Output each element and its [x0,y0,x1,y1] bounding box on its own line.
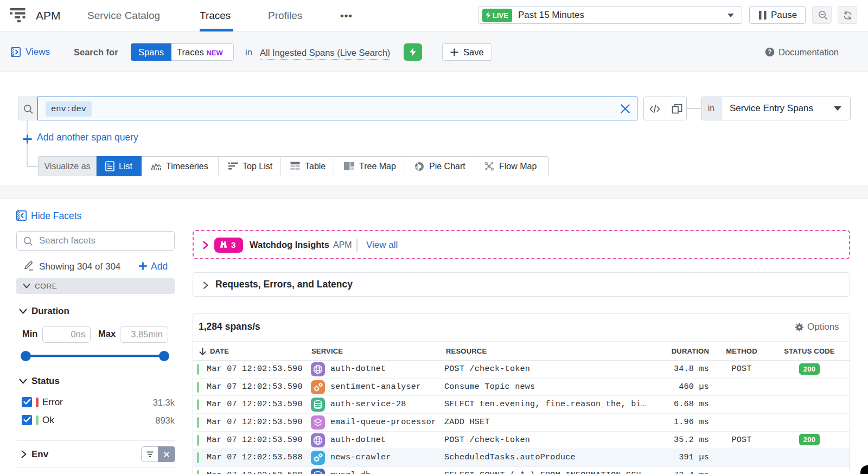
svg-text:?: ? [768,48,771,56]
